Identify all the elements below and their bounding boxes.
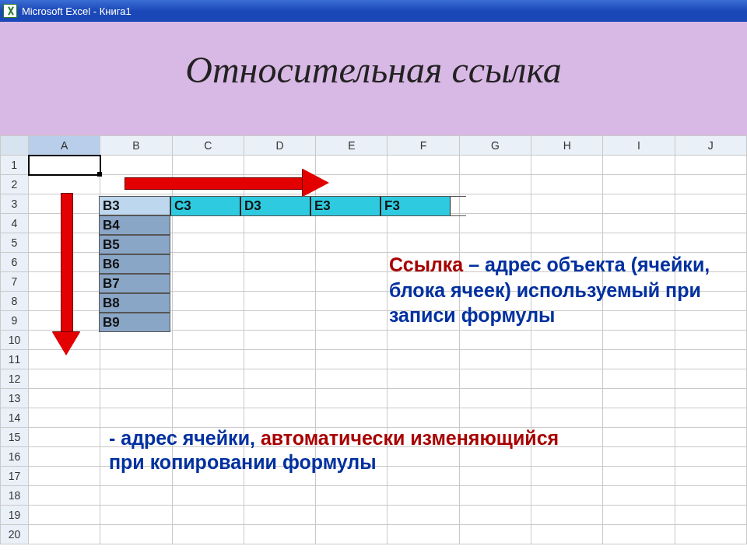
cell[interactable] (388, 486, 459, 506)
column-header[interactable]: H (531, 136, 603, 156)
cell[interactable] (675, 292, 746, 311)
cell[interactable] (388, 194, 459, 214)
cell[interactable] (459, 506, 531, 525)
column-header[interactable]: E (316, 136, 388, 156)
cell[interactable] (459, 525, 531, 544)
cell[interactable] (172, 486, 244, 506)
cell[interactable] (675, 525, 746, 544)
cell[interactable] (172, 428, 244, 447)
cell[interactable] (675, 214, 746, 233)
cell[interactable] (29, 175, 100, 194)
cell[interactable] (459, 253, 531, 272)
cell[interactable] (29, 408, 100, 428)
cell[interactable] (459, 156, 531, 175)
cell[interactable] (675, 156, 746, 175)
row-header[interactable]: 7 (1, 272, 29, 292)
cell[interactable] (172, 408, 244, 428)
cell[interactable] (603, 233, 675, 253)
cell[interactable] (388, 272, 459, 292)
cell[interactable] (100, 447, 172, 467)
cell[interactable] (459, 447, 531, 467)
active-cell[interactable] (29, 156, 100, 175)
cell[interactable] (388, 428, 459, 447)
cell[interactable] (531, 156, 603, 175)
cell[interactable] (29, 389, 100, 408)
cell[interactable] (316, 447, 388, 467)
cell[interactable] (172, 467, 244, 486)
cell[interactable] (531, 331, 603, 350)
cell[interactable] (316, 350, 388, 369)
cell[interactable] (531, 428, 603, 447)
cell[interactable] (388, 408, 459, 428)
cell[interactable] (100, 156, 172, 175)
row-header[interactable]: 4 (1, 214, 29, 233)
cell[interactable] (172, 272, 244, 292)
cell[interactable] (244, 292, 315, 311)
cell[interactable] (316, 486, 388, 506)
cell[interactable] (172, 369, 244, 389)
cell[interactable] (603, 272, 675, 292)
cell[interactable] (675, 447, 746, 467)
cell[interactable] (531, 408, 603, 428)
cell[interactable] (100, 233, 172, 253)
cell[interactable] (388, 156, 459, 175)
cell[interactable] (531, 350, 603, 369)
cell[interactable] (172, 292, 244, 311)
cell[interactable] (29, 369, 100, 389)
cell[interactable] (172, 156, 244, 175)
cell[interactable] (531, 311, 603, 331)
row-header[interactable]: 14 (1, 408, 29, 428)
cell[interactable] (172, 447, 244, 467)
cell[interactable] (244, 506, 315, 525)
column-header[interactable]: G (459, 136, 531, 156)
cell[interactable] (100, 525, 172, 544)
cell[interactable] (244, 272, 315, 292)
cell[interactable] (675, 506, 746, 525)
cell[interactable] (531, 389, 603, 408)
cell[interactable] (29, 233, 100, 253)
column-header[interactable]: A (29, 136, 100, 156)
cell[interactable] (316, 408, 388, 428)
cell[interactable] (531, 467, 603, 486)
cell[interactable] (459, 272, 531, 292)
cell[interactable] (100, 331, 172, 350)
cell[interactable] (29, 311, 100, 331)
cell[interactable] (603, 214, 675, 233)
cell[interactable] (459, 331, 531, 350)
cell[interactable] (316, 175, 388, 194)
cell[interactable] (388, 331, 459, 350)
cell[interactable] (531, 447, 603, 467)
cell[interactable] (459, 408, 531, 428)
cell[interactable] (459, 233, 531, 253)
cell[interactable] (675, 272, 746, 292)
cell[interactable] (100, 369, 172, 389)
cell[interactable] (603, 253, 675, 272)
cell[interactable] (459, 428, 531, 447)
cell[interactable] (388, 350, 459, 369)
cell[interactable] (29, 292, 100, 311)
cell[interactable] (675, 467, 746, 486)
row-header[interactable]: 20 (1, 525, 29, 544)
cell[interactable] (244, 194, 315, 214)
cell[interactable] (29, 194, 100, 214)
cell[interactable] (244, 156, 315, 175)
cell[interactable] (244, 350, 315, 369)
cell[interactable] (316, 233, 388, 253)
cell[interactable] (29, 214, 100, 233)
cell[interactable] (172, 331, 244, 350)
cell[interactable] (244, 408, 315, 428)
cell[interactable] (172, 311, 244, 331)
column-header[interactable]: D (244, 136, 315, 156)
cell[interactable] (100, 467, 172, 486)
column-header[interactable]: C (172, 136, 244, 156)
cell[interactable] (603, 156, 675, 175)
cell[interactable] (388, 233, 459, 253)
row-header[interactable]: 13 (1, 389, 29, 408)
cell[interactable] (100, 292, 172, 311)
cell[interactable] (388, 389, 459, 408)
cell[interactable] (172, 253, 244, 272)
cell[interactable] (100, 311, 172, 331)
cell[interactable] (29, 253, 100, 272)
cell[interactable] (388, 292, 459, 311)
cell[interactable] (388, 506, 459, 525)
